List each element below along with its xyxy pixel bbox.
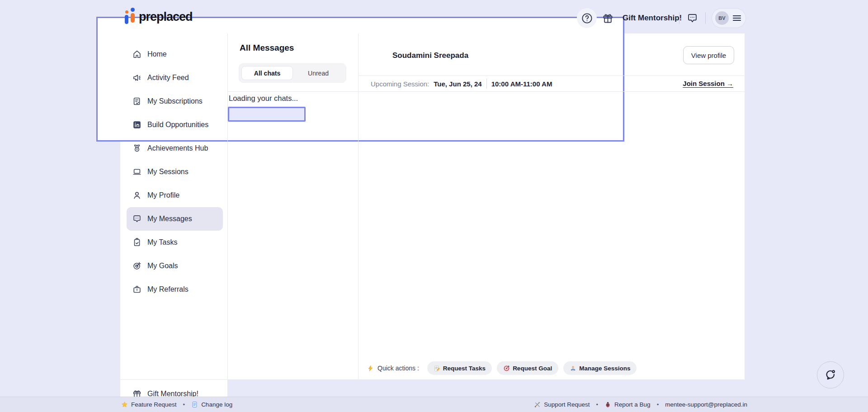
sidebar-item-label: My Referrals: [147, 285, 189, 294]
sidebar-item-my-tasks[interactable]: My Tasks: [127, 231, 223, 254]
join-session-link[interactable]: Join Session →: [683, 80, 733, 87]
floating-chat-button[interactable]: [817, 361, 844, 388]
logo-text: preplaced: [139, 11, 193, 24]
chat-dots-icon: [132, 214, 142, 224]
header-divider: [705, 12, 706, 24]
header-chat-icon[interactable]: [686, 12, 698, 24]
sidebar-item-label: My Profile: [147, 191, 179, 199]
header-divider: [679, 12, 679, 24]
footer-link-label: Change log: [201, 401, 232, 408]
star-icon: [121, 401, 128, 408]
upcoming-session-date: Tue, Jun 25, 24: [434, 80, 481, 88]
megaphone-icon: [132, 73, 142, 83]
tab-unread[interactable]: Unread: [293, 66, 344, 80]
avatar[interactable]: BV: [715, 11, 729, 25]
gift-icon[interactable]: [602, 12, 614, 24]
sidebar-item-label: Activity Feed: [147, 74, 189, 82]
sidebar-item-my-subscriptions[interactable]: My Subscriptions: [127, 90, 223, 113]
chat-bubble-notification-icon: [824, 369, 837, 381]
request-tasks-button[interactable]: Request Tasks: [427, 361, 492, 375]
technologist-icon: [570, 365, 576, 372]
divider: [227, 91, 745, 92]
footer-separator: •: [183, 401, 185, 408]
divider: [120, 379, 745, 380]
request-goal-button[interactable]: Request Goal: [497, 361, 558, 375]
divider: [486, 79, 487, 89]
dart-icon: [503, 365, 510, 372]
quick-action-label: Manage Sessions: [579, 365, 630, 372]
sidebar-item-build-opportunities[interactable]: Build Opportunities: [127, 113, 223, 137]
sidebar-item-my-referrals[interactable]: My Referrals: [127, 278, 223, 301]
report-a-bug-link[interactable]: Report a Bug: [604, 401, 651, 408]
sidebar-item-label: My Subscriptions: [147, 97, 203, 105]
home-icon: [132, 49, 142, 59]
footer-right-links: Support Request•Report a Bug•mentee-supp…: [534, 397, 747, 412]
tab-all-chats[interactable]: All chats: [241, 66, 293, 80]
briefcase-icon: [132, 284, 142, 294]
quick-actions-label: Quick actions :: [377, 365, 419, 372]
subscriptions-icon: [132, 96, 142, 106]
bug-icon: [604, 401, 611, 408]
upcoming-session-bar: Upcoming Session: Tue, Jun 25, 24 10:00 …: [371, 76, 552, 91]
sidebar-item-label: Achievements Hub: [147, 144, 208, 152]
change-log-link[interactable]: Change log: [191, 401, 232, 408]
footer-link-label: Feature Request: [131, 401, 177, 408]
sidebar-item-label: Home: [147, 50, 167, 58]
upcoming-session-time: 10:00 AM-11:00 AM: [491, 80, 552, 88]
footer-left-links: Feature Request•Change log: [121, 397, 232, 412]
chat-contact-name: Soudamini Sreepada: [392, 51, 468, 60]
changelog-icon: [191, 401, 198, 408]
gift-mentorship-banner[interactable]: Gift Mentorship!: [623, 14, 682, 23]
linkedin-icon: [132, 120, 142, 130]
sidebar-item-label: My Sessions: [147, 168, 189, 176]
sidebar-item-label: My Tasks: [147, 238, 177, 246]
messages-panel-title: All Messages: [240, 43, 294, 53]
manage-sessions-button[interactable]: Manage Sessions: [563, 361, 637, 375]
profile-icon: [132, 190, 142, 200]
sidebar-item-label: My Goals: [147, 262, 178, 270]
tools-icon: [534, 401, 541, 408]
divider: [358, 33, 359, 379]
loading-chats-text: Loading your chats...: [229, 94, 298, 103]
quick-actions-row: Quick actions : Request TasksRequest Goa…: [367, 357, 642, 379]
chat-loading-skeleton: [228, 107, 306, 122]
preplaced-logo-icon: [125, 8, 136, 24]
memo-icon: [434, 365, 440, 372]
hamburger-menu-icon[interactable]: [731, 13, 742, 24]
quick-action-label: Request Goal: [513, 365, 552, 372]
support-request-link[interactable]: Support Request: [534, 401, 590, 408]
chat-filter-tabs: All chats Unread: [239, 63, 346, 83]
upcoming-session-label: Upcoming Session:: [371, 80, 429, 88]
sidebar-item-activity-feed[interactable]: Activity Feed: [127, 66, 223, 90]
support-email[interactable]: mentee-support@preplaced.in: [665, 401, 747, 408]
sidebar-item-achievements-hub[interactable]: Achievements Hub: [127, 137, 223, 160]
sidebar-item-label: My Messages: [147, 215, 192, 223]
sidebar-item-my-goals[interactable]: My Goals: [127, 254, 223, 278]
account-menu[interactable]: BV: [712, 8, 746, 28]
divider: [227, 33, 228, 397]
footer-link-label: Report a Bug: [614, 401, 651, 408]
footer-bar: Feature Request•Change log Support Reque…: [0, 397, 868, 412]
lightning-bolt-icon: [367, 365, 374, 372]
laptop-icon: [132, 167, 142, 177]
footer-separator: •: [596, 401, 599, 408]
sidebar-item-my-messages[interactable]: My Messages: [127, 207, 223, 231]
view-profile-button[interactable]: View profile: [683, 46, 734, 64]
footer-separator: •: [657, 401, 659, 408]
sidebar-item-home[interactable]: Home: [127, 43, 223, 66]
sidebar-nav: HomeActivity FeedMy SubscriptionsBuild O…: [127, 43, 223, 301]
preplaced-logo[interactable]: preplaced: [125, 8, 193, 24]
tasks-icon: [132, 237, 142, 247]
feature-request-link[interactable]: Feature Request: [121, 401, 177, 408]
sidebar-item-my-profile[interactable]: My Profile: [127, 184, 223, 207]
footer-link-label: Support Request: [544, 401, 590, 408]
sidebar-item-my-sessions[interactable]: My Sessions: [127, 160, 223, 184]
quick-action-label: Request Tasks: [443, 365, 486, 372]
sidebar-item-label: Build Opportunities: [147, 121, 208, 129]
help-icon[interactable]: [581, 12, 593, 24]
goals-icon: [132, 261, 142, 271]
medal-icon: [132, 143, 142, 153]
